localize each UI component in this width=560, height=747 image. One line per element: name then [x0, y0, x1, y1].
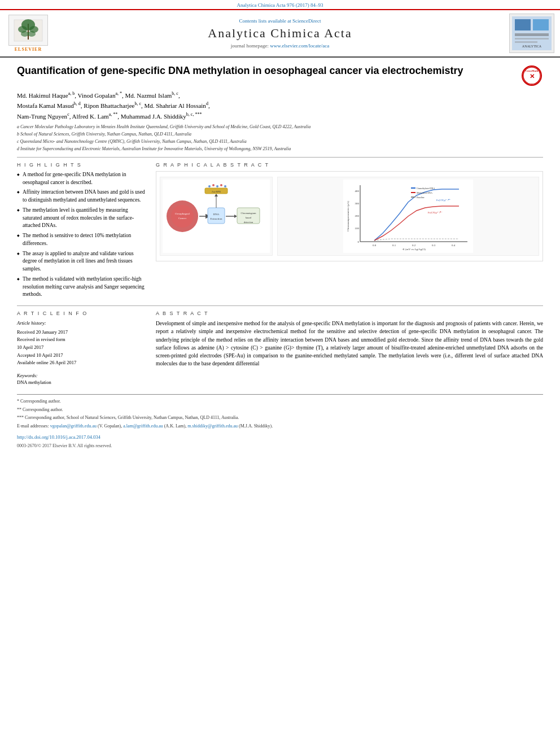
svg-rect-9 — [533, 19, 549, 30]
graphical-abstract-inner: Oesophageal Cancer DNA Extraction — [160, 177, 539, 256]
svg-text:Cancer: Cancer — [178, 217, 186, 220]
keywords-label: Keywords: — [17, 373, 147, 378]
highlight-item-5: The assay is applied to analyze and vali… — [17, 250, 147, 273]
svg-text:0.4: 0.4 — [452, 244, 456, 247]
email-2-link[interactable]: a.lam@griffith.edu.au — [123, 423, 163, 429]
author-5: Ripon Bhattacharjee — [84, 102, 134, 109]
article-history: Article history: Received 20 January 201… — [17, 320, 147, 367]
abstract-col: A B S T R A C T Development of simple an… — [156, 311, 543, 385]
svg-text:Methylated DNA: Methylated DNA — [417, 191, 432, 194]
highlight-list: A method for gene-specific DNA methylati… — [17, 171, 147, 299]
paper-title: Quantification of gene-specific DNA meth… — [17, 64, 515, 77]
svg-text:Oesophageal: Oesophageal — [175, 212, 190, 215]
elsevier-text: ELSEVIER — [15, 47, 42, 52]
svg-text:-E (mV vs Ag/AgCl): -E (mV vs Ag/AgCl) — [402, 248, 426, 251]
journal-cover-image: ANALYTICA — [509, 14, 554, 53]
svg-text:400: 400 — [355, 190, 360, 193]
author-1: Md. Hakimul Haque — [17, 92, 68, 99]
elsevier-logo: ELSEVIER — [6, 15, 51, 52]
email-1-link[interactable]: vgopalan@griffith.edu.au — [50, 423, 97, 429]
graphical-chart: Chronoamperometric (μA) -E (mV vs Ag/AgC… — [277, 177, 539, 256]
crossmark-icon: ✕ CrossMark — [522, 65, 542, 86]
article-info-abstract-section: A R T I C L E I N F O Article history: R… — [17, 305, 543, 385]
footnote-1: * Corresponding author. — [17, 398, 543, 405]
email-3-link[interactable]: m.shiddiky@griffith.edu.au — [187, 423, 238, 429]
svg-text:0.3: 0.3 — [432, 244, 436, 247]
crossmark-area: ✕ CrossMark — [520, 64, 543, 87]
affiliations-block: a Cancer Molecular Pathology Laboratory … — [17, 124, 543, 152]
journal-citation: Analytica Chimica Acta 976 (2017) 84–93 — [237, 2, 323, 8]
svg-text:300: 300 — [355, 202, 360, 205]
keywords-section: Keywords: DNA methylation — [17, 373, 147, 385]
footnote-2: ** Corresponding author. — [17, 407, 543, 414]
author-7: Nam-Trung Nguyen — [17, 112, 67, 119]
doi-url[interactable]: http://dx.doi.org/10.1016/j.aca.2017.04.… — [17, 434, 100, 440]
svg-rect-23 — [208, 208, 225, 224]
svg-rect-56 — [411, 187, 415, 189]
copyright-text: 0003-2670/© 2017 Elsevier B.V. All right… — [17, 443, 543, 450]
journal-center: Contents lists available at ScienceDirec… — [56, 18, 504, 49]
highlights-heading: H I G H L I G H T S — [17, 162, 147, 168]
abstract-text: Development of simple and inexpensive me… — [156, 320, 543, 368]
svg-rect-60 — [411, 196, 415, 198]
author-8: Alfred K. Lam — [72, 112, 109, 119]
svg-rect-10 — [515, 33, 549, 36]
svg-text:Unmethylated DNA: Unmethylated DNA — [417, 187, 435, 190]
journal-homepage: journal homepage: www.elsevier.com/locat… — [56, 43, 504, 49]
doi-link: http://dx.doi.org/10.1016/j.aca.2017.04.… — [17, 434, 543, 442]
author-9: Muhammad J.A. Shiddiky — [121, 112, 186, 119]
revised-date: 10 April 2017 — [17, 344, 147, 352]
svg-text:Baseline: Baseline — [417, 196, 425, 199]
svg-rect-8 — [515, 19, 531, 30]
accepted-date: Accepted 10 April 2017 — [17, 352, 147, 360]
graphical-abstract-heading: G R A P H I C A L A B S T R A C T — [156, 162, 543, 168]
abstract-heading: A B S T R A C T — [156, 311, 543, 316]
article-info-col: A R T I C L E I N F O Article history: R… — [17, 311, 147, 385]
highlight-item-2: Affinity interaction between DNA bases a… — [17, 189, 147, 204]
svg-text:0.1: 0.1 — [392, 244, 396, 247]
science-direct-link[interactable]: ScienceDirect — [292, 18, 321, 24]
email-addresses: E-mail addresses: vgopalan@griffith.edu.… — [17, 423, 543, 430]
highlights-col: H I G H L I G H T S A method for gene-sp… — [17, 162, 147, 301]
highlights-graphical-section: H I G H L I G H T S A method for gene-sp… — [17, 157, 543, 301]
svg-text:based: based — [246, 216, 252, 219]
svg-text:200: 200 — [355, 215, 360, 217]
highlight-item-3: The methylation level is quantified by m… — [17, 207, 147, 230]
paper-title-section: Quantification of gene-specific DNA meth… — [17, 64, 543, 87]
svg-text:detection: detection — [244, 221, 253, 224]
journal-header: Analytica Chimica Acta 976 (2017) 84–93 — [0, 0, 560, 10]
graphical-abstract-col: G R A P H I C A L A B S T R A C T Oesoph… — [156, 162, 543, 301]
svg-text:0.2: 0.2 — [412, 244, 416, 247]
author-6: Md. Shahriar Al Hossain — [144, 102, 205, 109]
svg-text:Chromatogram: Chromatogram — [240, 212, 256, 215]
available-date: Available online 26 April 2017 — [17, 359, 147, 367]
science-direct-line: Contents lists available at ScienceDirec… — [56, 18, 504, 24]
svg-text:100: 100 — [355, 227, 360, 230]
svg-text:ANALYTICA: ANALYTICA — [522, 45, 542, 48]
svg-point-38 — [216, 185, 218, 187]
svg-text:CrossMark: CrossMark — [526, 69, 539, 72]
graphical-schema: Oesophageal Cancer DNA Extraction — [160, 177, 273, 256]
svg-point-37 — [212, 184, 215, 186]
svg-text:Chronoamperometric (μA): Chronoamperometric (μA) — [347, 201, 349, 231]
svg-point-19 — [171, 205, 194, 228]
svg-rect-11 — [515, 38, 549, 40]
svg-text:DNA: DNA — [213, 213, 220, 216]
footnote-3: *** Corresponding author, School of Natu… — [17, 414, 543, 422]
keyword-1: DNA methylation — [17, 379, 147, 385]
svg-point-5 — [21, 31, 29, 37]
paper-content: Quantification of gene-specific DNA meth… — [0, 58, 560, 456]
author-3: Md. Nazmul Islam — [125, 92, 172, 99]
journal-top-bar: ELSEVIER Contents lists available at Sci… — [0, 10, 560, 58]
journal-title: Analytica Chimica Acta — [56, 26, 504, 41]
svg-text:✕: ✕ — [530, 73, 535, 80]
svg-text:Au-SPE: Au-SPE — [212, 190, 221, 193]
author-2: Vinod Gopalan — [78, 92, 116, 99]
highlight-item-6: The method is validated with methylation… — [17, 276, 147, 299]
svg-text:Extraction: Extraction — [211, 217, 222, 220]
svg-rect-12 — [515, 41, 537, 43]
svg-point-6 — [28, 31, 36, 37]
homepage-url[interactable]: www.elsevier.com/locate/aca — [270, 43, 329, 49]
article-info-heading: A R T I C L E I N F O — [17, 311, 147, 316]
highlight-item-4: The method is sensitive to detect 10% me… — [17, 232, 147, 248]
